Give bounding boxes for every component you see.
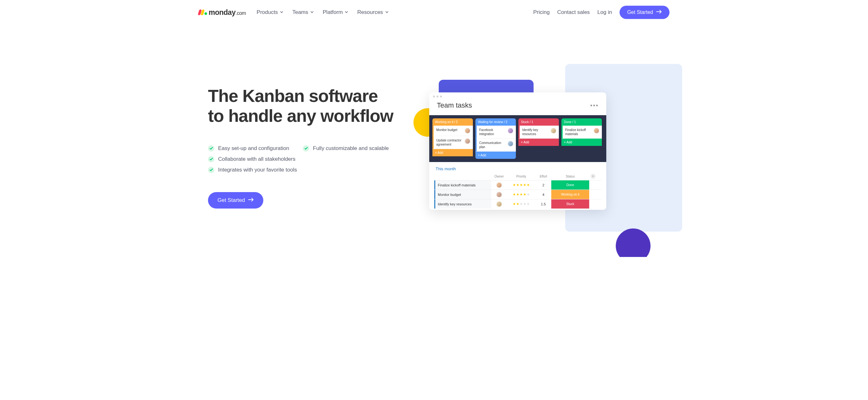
chevron-down-icon (345, 9, 348, 16)
board-window: Team tasks ••• Working on it / 2Monitor … (429, 92, 606, 210)
table-row[interactable]: Finalize kickoff materials★★★★★2Done (434, 180, 601, 190)
logo-suffix: .com (236, 10, 246, 16)
kanban-add-card[interactable]: + Add (475, 151, 516, 159)
arrow-right-icon (656, 9, 662, 15)
bullet-item: Easy set-up and configuration (208, 145, 297, 151)
avatar (496, 182, 502, 188)
kanban-card[interactable]: Update contractor agreement (432, 136, 473, 149)
nav-right: Pricing Contact sales Log in Get Started (533, 6, 670, 19)
check-icon (208, 167, 214, 173)
table-header: Owner Priority Effort Status + (434, 174, 601, 179)
bullet-item: Collaborate with all stakeholders (208, 156, 413, 162)
kanban-column-header[interactable]: Done / 1 (561, 118, 602, 126)
kanban-column: Waiting for review / 2Facebook integrati… (475, 118, 516, 159)
kanban-column: Working on it / 2Monitor budgetUpdate co… (432, 118, 473, 159)
chevron-down-icon (280, 9, 283, 16)
window-controls-icon (429, 92, 606, 99)
nav-products[interactable]: Products (257, 9, 283, 16)
hero-illustration: Team tasks ••• Working on it / 2Monitor … (423, 61, 670, 244)
kanban-board: Working on it / 2Monitor budgetUpdate co… (429, 115, 606, 162)
kanban-card[interactable]: Monitor budget (432, 126, 473, 136)
avatar (465, 128, 470, 134)
add-column-icon[interactable]: + (590, 174, 595, 179)
avatar (496, 192, 502, 197)
hero-bullets: Easy set-up and configuration Fully cust… (208, 145, 413, 173)
kanban-column-header[interactable]: Waiting for review / 2 (475, 118, 516, 126)
status-badge: Stuck (551, 199, 589, 208)
avatar (508, 141, 513, 146)
logo-mark-icon (198, 9, 207, 15)
kanban-column-header[interactable]: Working on it / 2 (432, 118, 473, 126)
logo[interactable]: monday.com (198, 8, 246, 17)
check-icon (303, 145, 309, 151)
avatar (496, 201, 502, 207)
hero-headline: The Kanban software to handle any workfl… (208, 86, 413, 126)
kanban-column: Stuck / 1Identify key resources+ Add (518, 118, 559, 159)
kanban-card[interactable]: Identify key resources (518, 126, 559, 139)
table-row[interactable]: Identify key resources★★★★★1.5Stuck (434, 199, 601, 208)
bullet-item: Integrates with your favorite tools (208, 167, 413, 173)
chevron-down-icon (310, 9, 314, 16)
avatar (594, 128, 599, 134)
hero: The Kanban software to handle any workfl… (186, 23, 682, 257)
nav-login[interactable]: Log in (597, 9, 612, 16)
check-icon (208, 156, 214, 162)
kanban-card[interactable]: Communication plan (475, 139, 516, 151)
top-nav: monday.com Products Teams Platform Resou… (186, 0, 682, 23)
logo-name: monday (209, 8, 236, 17)
nav-pricing[interactable]: Pricing (533, 9, 550, 16)
nav-contact-sales[interactable]: Contact sales (557, 9, 590, 16)
avatar (508, 128, 513, 134)
table-row[interactable]: Monitor budget★★★★★4Working on it (434, 190, 601, 199)
board-table: This month Owner Priority Effort Status … (429, 162, 606, 210)
table-section-title: This month (434, 167, 601, 171)
nav-center: Products Teams Platform Resources (257, 9, 389, 16)
status-badge: Done (551, 180, 589, 190)
kanban-add-card[interactable]: + Add (518, 139, 559, 146)
chevron-down-icon (385, 9, 389, 16)
nav-platform[interactable]: Platform (323, 9, 348, 16)
nav-resources[interactable]: Resources (357, 9, 389, 16)
kanban-add-card[interactable]: + Add (561, 139, 602, 146)
board-menu-icon[interactable]: ••• (590, 105, 599, 106)
bullet-item: Fully customizable and scalable (303, 145, 413, 151)
nav-get-started-button[interactable]: Get Started (620, 6, 670, 19)
check-icon (208, 145, 214, 151)
kanban-add-card[interactable]: + Add (432, 149, 473, 156)
avatar (465, 138, 470, 144)
kanban-column: Done / 1Finalize kickoff materials+ Add (561, 118, 602, 159)
kanban-column-header[interactable]: Stuck / 1 (518, 118, 559, 126)
nav-teams[interactable]: Teams (292, 9, 314, 16)
kanban-card[interactable]: Facebook integration (475, 126, 516, 139)
bg-shape (616, 228, 651, 257)
hero-get-started-button[interactable]: Get Started (208, 192, 263, 208)
board-title: Team tasks (437, 101, 472, 110)
kanban-card[interactable]: Finalize kickoff materials (561, 126, 602, 139)
arrow-right-icon (248, 197, 254, 203)
avatar (551, 128, 556, 134)
status-badge: Working on it (551, 190, 589, 199)
